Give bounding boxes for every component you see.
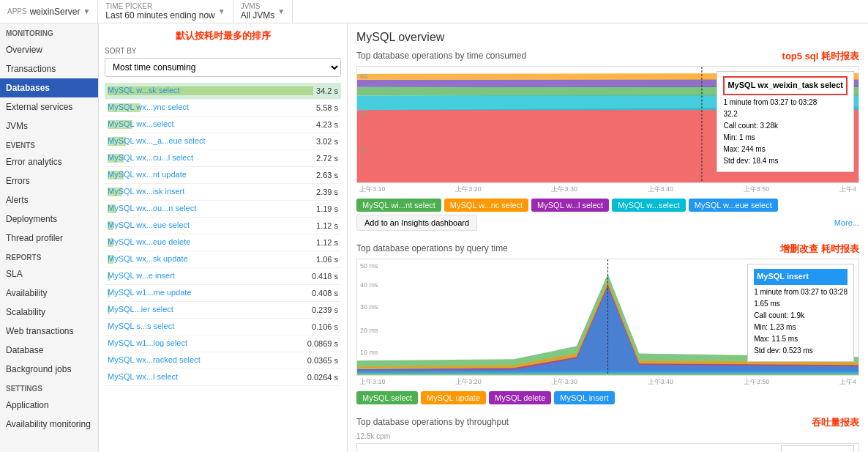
sidebar-item-external-services[interactable]: External services	[0, 97, 98, 116]
add-insights-button[interactable]: Add to an Insights dashboard	[356, 215, 477, 231]
chart2-y-40: 40 ms	[360, 281, 378, 289]
db-row-name: MySQL wx...isk insert	[108, 187, 184, 196]
chart3-area: MySQL select	[356, 443, 859, 452]
chart1-x-labels: 上午3:10 上午3:20 上午3:30 上午3:40 上午3:50 上午4	[356, 183, 859, 196]
db-row-value: 2.63 s	[316, 171, 338, 179]
chart1-tooltip-min: Min: 1 ms	[723, 132, 848, 144]
reports-section-title: REPORTS	[0, 248, 98, 264]
apps-section[interactable]: APPS weixinServer ▼	[0, 0, 98, 23]
events-section-title: EVENTS	[0, 136, 98, 152]
db-row-name: MySQL w...e insert	[108, 271, 175, 280]
db-row-value: 4.23 s	[316, 120, 338, 129]
sidebar-item-thread-profiler[interactable]: Thread profiler	[0, 229, 98, 248]
chart1-x-5: 上午3:50	[744, 185, 770, 194]
db-row-name: MySQL wx...eue delete	[108, 237, 190, 246]
db-row-value: 0.0365 s	[307, 356, 338, 365]
sidebar-item-databases[interactable]: Databases	[0, 78, 98, 97]
db-row[interactable]: MySQL w1...log select0.0869 s	[105, 336, 341, 352]
db-row[interactable]: MySQL wx...racked select0.0365 s	[105, 352, 341, 369]
db-row[interactable]: MySQL wx...sk update1.06 s	[105, 251, 341, 268]
chart1-actions: Add to an Insights dashboard More...	[356, 215, 859, 231]
chart3-y-label: 12.5k cpm	[356, 432, 859, 440]
db-row[interactable]: MySQL wx...ou...n select1.19 s	[105, 201, 341, 218]
db-row-value: 2.72 s	[316, 154, 338, 163]
chart2-y-50: 50 ms	[360, 262, 378, 270]
legend1-item5[interactable]: MySQL w...eue select	[689, 199, 778, 212]
db-row[interactable]: MySQL w1...me update0.408 s	[105, 285, 341, 302]
sidebar-item-error-analytics[interactable]: Error analytics	[0, 152, 98, 171]
db-row-name: MySQL wx...nt update	[108, 170, 187, 179]
sidebar-item-alerts[interactable]: Alerts	[0, 190, 98, 210]
chart1-tooltip-title: MySQL wx_weixin_task select	[723, 76, 848, 95]
sidebar-item-jvms[interactable]: JVMs	[0, 116, 98, 136]
db-row-name: MySQL...ier select	[108, 305, 173, 314]
time-picker-section[interactable]: TIME PICKER Last 60 minutes ending now ▼	[98, 0, 233, 23]
db-row[interactable]: MySQL wx...isk insert2.39 s	[105, 184, 341, 201]
db-row-name: MySQL wx...ync select	[108, 103, 189, 111]
db-row[interactable]: MySQL wx...cu...l select2.72 s	[105, 150, 341, 167]
chart2-subtitle: Top database operations by query time	[356, 243, 508, 253]
db-row-name: MySQL wx..._a...eue select	[108, 136, 205, 145]
sidebar-item-overview[interactable]: Overview	[0, 40, 98, 59]
chart1-area: 60 40 20 MySQL wx_weixin_task select 1 m…	[356, 66, 859, 183]
chart2-legend: MySQL select MySQL update MySQL delete M…	[356, 391, 859, 404]
sidebar-item-sla[interactable]: SLA	[0, 264, 98, 284]
db-row[interactable]: MySQL s...s select0.106 s	[105, 319, 341, 336]
sidebar-item-availability[interactable]: Availability	[0, 284, 98, 303]
chart1-legend: MySQL wi...nt select MySQL w...nc select…	[356, 199, 859, 212]
sidebar-item-errors[interactable]: Errors	[0, 171, 98, 190]
db-row[interactable]: MySQL wx...l select0.0264 s	[105, 369, 341, 386]
sidebar-item-database[interactable]: Database	[0, 341, 98, 360]
sort-by-label: SORT BY	[105, 47, 341, 55]
db-row-value: 0.418 s	[312, 272, 338, 281]
db-row[interactable]: MySQL...ier select0.239 s	[105, 302, 341, 319]
legend1-item3[interactable]: MySQL w...l select	[531, 199, 609, 212]
legend2-item1[interactable]: MySQL select	[356, 391, 418, 404]
db-row-value: 0.106 s	[312, 322, 338, 331]
chart2-tooltip-time: 1 minute from 03:27 to 03:28	[754, 286, 848, 298]
legend1-item2[interactable]: MySQL w...nc select	[444, 199, 528, 212]
db-row-value: 0.408 s	[312, 289, 338, 297]
db-row-value: 0.0264 s	[307, 373, 338, 382]
settings-section-title: SETTINGS	[0, 379, 98, 396]
db-row[interactable]: MySQL wx...eue delete1.12 s	[105, 234, 341, 251]
legend1-item1[interactable]: MySQL wi...nt select	[356, 199, 441, 212]
sidebar-item-scalability[interactable]: Scalability	[0, 303, 98, 322]
db-row[interactable]: MySQL wx...select4.23 s	[105, 116, 341, 133]
db-row[interactable]: MySQL w...sk select34.2 s	[105, 83, 341, 100]
sidebar-item-availability-monitoring[interactable]: Availability monitoring	[0, 415, 98, 434]
legend1-item4[interactable]: MySQL w...select	[612, 199, 686, 212]
panel-title: MySQL overview	[356, 31, 859, 44]
chart1-tooltip-value: 32.2	[723, 108, 848, 120]
right-panel: MySQL overview Top database operations b…	[348, 23, 868, 452]
chart3-section: Top database operations by throughput 吞吐…	[356, 416, 859, 452]
time-value: Last 60 minutes ending now	[105, 10, 214, 21]
sidebar-item-transactions[interactable]: Transactions	[0, 59, 98, 78]
db-row[interactable]: MySQL wx...ync select5.58 s	[105, 100, 341, 116]
chart1-tooltip: MySQL wx_weixin_task select 1 minute fro…	[717, 71, 854, 172]
db-row[interactable]: MySQL wx..._a...eue select3.02 s	[105, 133, 341, 150]
sidebar-item-web-transactions[interactable]: Web transactions	[0, 322, 98, 341]
chart2-tooltip: MySQL insert 1 minute from 03:27 to 03:2…	[747, 264, 854, 362]
top-bar: APPS weixinServer ▼ TIME PICKER Last 60 …	[0, 0, 868, 23]
more-link-1[interactable]: More...	[834, 218, 859, 227]
db-row-name: MySQL w1...log select	[108, 338, 187, 347]
jvms-label: JVMS	[241, 2, 275, 10]
db-row[interactable]: MySQL wx...nt update2.63 s	[105, 167, 341, 184]
jvms-section[interactable]: JVMS All JVMs ▼	[233, 0, 293, 23]
chart2-tooltip-max: Max: 11.5 ms	[754, 333, 848, 345]
legend2-item4[interactable]: MySQL insert	[554, 391, 614, 404]
chart1-y-40: 40	[360, 109, 367, 116]
sidebar-item-application[interactable]: Application	[0, 396, 98, 415]
db-row[interactable]: MySQL wx...eue select1.12 s	[105, 218, 341, 234]
sidebar-item-background-jobs[interactable]: Background jobs	[0, 360, 98, 379]
sidebar-item-deployments[interactable]: Deployments	[0, 210, 98, 229]
sort-select[interactable]: Most time consuming Most called Slowest …	[105, 58, 341, 77]
chart2-tooltip-min: Min: 1.23 ms	[754, 322, 848, 333]
legend2-item3[interactable]: MySQL delete	[489, 391, 551, 404]
db-row-name: MySQL wx...racked select	[108, 355, 201, 364]
chart1-tooltip-std: Std dev: 18.4 ms	[723, 155, 848, 167]
legend2-item2[interactable]: MySQL update	[421, 391, 486, 404]
chart1-x-2: 上午3:20	[455, 185, 482, 194]
db-row[interactable]: MySQL w...e insert0.418 s	[105, 268, 341, 285]
